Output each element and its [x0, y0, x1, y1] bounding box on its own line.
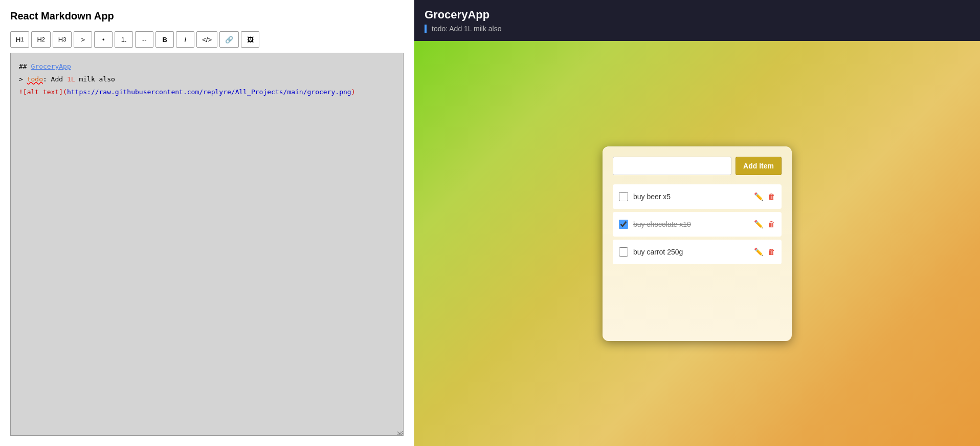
editor-area[interactable]: ## GroceryApp > todo: Add 1L milk also !…: [10, 53, 404, 436]
editor-line-2: > todo: Add 1L milk also: [19, 74, 395, 85]
toolbar-bold-button[interactable]: B: [155, 31, 174, 48]
editor-line-3: ![alt text](https://raw.githubuserconten…: [19, 87, 395, 98]
add-item-row: Add Item: [613, 157, 782, 175]
toolbar-link-button[interactable]: 🔗: [219, 31, 239, 48]
item-3-label: buy carrot 250g: [633, 248, 749, 256]
right-header: GroceryApp todo: Add 1L milk also: [414, 0, 980, 41]
preview-area: Add Item buy beer x5 ✏️ 🗑 buy chocolate …: [414, 41, 980, 446]
item-2-delete-icon[interactable]: 🗑: [768, 220, 775, 228]
todo-text: todo: Add 1L milk also: [432, 25, 501, 33]
item-3-edit-icon[interactable]: ✏️: [754, 247, 764, 257]
item-2-label: buy chocolate x10: [633, 220, 749, 228]
table-row: buy carrot 250g ✏️ 🗑: [613, 240, 782, 264]
grocery-list: buy beer x5 ✏️ 🗑 buy chocolate x10 ✏️ 🗑: [613, 184, 782, 264]
grocery-card: Add Item buy beer x5 ✏️ 🗑 buy chocolate …: [603, 146, 792, 341]
toolbar-ordered-button[interactable]: 1.: [115, 31, 133, 48]
toolbar-blockquote-button[interactable]: >: [74, 31, 92, 48]
app-title: React Markdown App: [10, 10, 404, 22]
toolbar-h2-button[interactable]: H2: [31, 31, 50, 48]
toolbar-image-button[interactable]: 🖼: [241, 31, 259, 48]
item-2-actions: ✏️ 🗑: [754, 220, 775, 229]
table-row: buy chocolate x10 ✏️ 🗑: [613, 212, 782, 237]
add-item-button[interactable]: Add Item: [736, 157, 782, 175]
item-3-delete-icon[interactable]: 🗑: [768, 247, 775, 256]
todo-bar-accent: [425, 25, 427, 33]
add-item-input[interactable]: [613, 157, 731, 175]
toolbar: H1 H2 H3 > • 1. -- B I </> 🔗 🖼: [10, 31, 404, 48]
item-1-checkbox[interactable]: [619, 192, 628, 201]
toolbar-bullet-button[interactable]: •: [94, 31, 113, 48]
item-3-actions: ✏️ 🗑: [754, 247, 775, 257]
resize-handle[interactable]: ⇲: [397, 429, 402, 434]
toolbar-italic-button[interactable]: I: [176, 31, 194, 48]
item-1-edit-icon[interactable]: ✏️: [754, 192, 764, 201]
toolbar-hr-button[interactable]: --: [135, 31, 153, 48]
right-panel: GroceryApp todo: Add 1L milk also Add It…: [414, 0, 980, 446]
item-3-checkbox[interactable]: [619, 247, 628, 257]
item-1-actions: ✏️ 🗑: [754, 192, 775, 201]
editor-line-1: ## GroceryApp: [19, 61, 395, 72]
item-2-edit-icon[interactable]: ✏️: [754, 220, 764, 229]
item-1-delete-icon[interactable]: 🗑: [768, 192, 775, 201]
table-row: buy beer x5 ✏️ 🗑: [613, 184, 782, 209]
item-1-label: buy beer x5: [633, 193, 749, 201]
toolbar-h3-button[interactable]: H3: [53, 31, 72, 48]
app-name-heading: GroceryApp: [425, 8, 501, 22]
left-panel: React Markdown App H1 H2 H3 > • 1. -- B …: [0, 0, 414, 446]
toolbar-h1-button[interactable]: H1: [10, 31, 29, 48]
toolbar-code-button[interactable]: </>: [196, 31, 217, 48]
item-2-checkbox[interactable]: [619, 220, 628, 229]
